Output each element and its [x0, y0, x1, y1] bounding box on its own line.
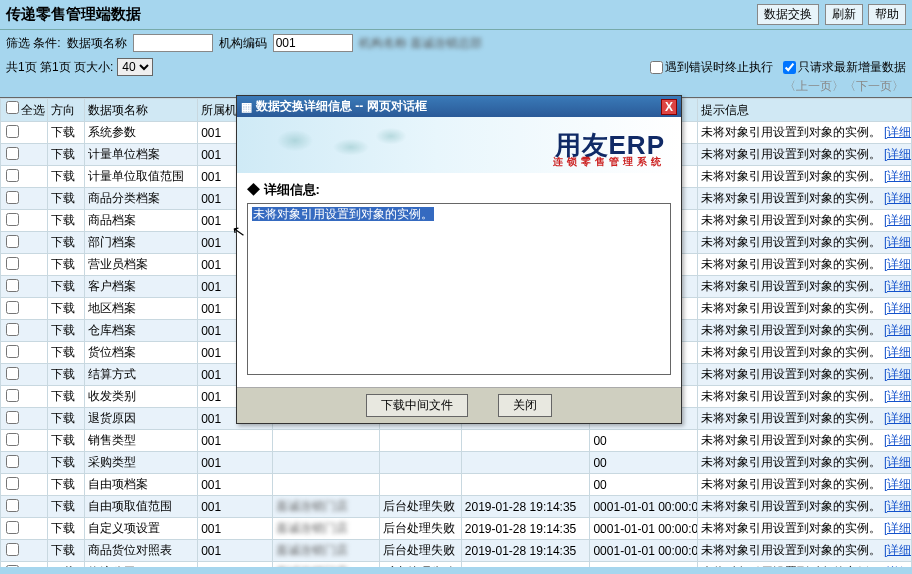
close-button[interactable]: 关闭 [498, 394, 552, 417]
detail-link[interactable]: [详细] [884, 301, 912, 315]
cell-status [380, 452, 461, 474]
data-exchange-button[interactable]: 数据交换 [757, 4, 819, 25]
row-checkbox[interactable] [6, 213, 19, 226]
row-checkbox[interactable] [6, 169, 19, 182]
row-checkbox[interactable] [6, 521, 19, 534]
cell-last-transfer: 00 [590, 474, 697, 496]
filter-orgcode-input[interactable] [273, 34, 353, 52]
row-checkbox[interactable] [6, 301, 19, 314]
cell-item-name: 商品货位对照表 [84, 540, 198, 562]
detail-link[interactable]: [详细] [884, 345, 912, 359]
table-row[interactable]: 下载自由项取值范围001嘉诚连锁门店后台处理失败2019-01-28 19:14… [1, 496, 912, 518]
row-checkbox[interactable] [6, 147, 19, 160]
row-checkbox[interactable] [6, 191, 19, 204]
table-row[interactable]: 下载自由项档案00100未将对象引用设置到对象的实例。 [详细] [1, 474, 912, 496]
cell-last-process [461, 430, 590, 452]
cell-last-transfer: 0001-01-01 00:00:00 [590, 518, 697, 540]
table-row[interactable]: 下载自定义项设置001嘉诚连锁门店后台处理失败2019-01-28 19:14:… [1, 518, 912, 540]
detail-link[interactable]: [详细] [884, 323, 912, 337]
detail-link[interactable]: [详细] [884, 367, 912, 381]
cell-hint: 未将对象引用设置到对象的实例。 [详细] [697, 518, 911, 540]
col-select-all: 全选 [21, 103, 45, 117]
row-checkbox[interactable] [6, 257, 19, 270]
cell-direction: 下载 [48, 540, 84, 562]
row-checkbox[interactable] [6, 235, 19, 248]
row-checkbox[interactable] [6, 433, 19, 446]
close-icon[interactable]: X [661, 99, 677, 115]
col-direction: 方向 [48, 99, 84, 122]
app-icon: ▦ [241, 100, 252, 114]
page-size-select[interactable]: 40 [117, 58, 153, 76]
pager-bar: 共1页 第1页 页大小: 40 遇到错误时终止执行 只请求最新增量数据 [0, 56, 912, 78]
cell-last-transfer: 0001-01-01 00:00:00 [590, 496, 697, 518]
row-checkbox[interactable] [6, 411, 19, 424]
modal-titlebar[interactable]: ▦ 数据交换详细信息 -- 网页对话框 X [237, 96, 681, 117]
row-checkbox[interactable] [6, 477, 19, 490]
cell-hint: 未将对象引用设置到对象的实例。 [详细] [697, 122, 911, 144]
detail-link[interactable]: [详细] [884, 455, 912, 469]
page-title: 传递零售管理端数据 [6, 5, 141, 24]
table-row[interactable]: 下载销售类型00100未将对象引用设置到对象的实例。 [详细] [1, 430, 912, 452]
cell-last-transfer: 0001-01-01 00:00:00 [590, 540, 697, 562]
table-row[interactable]: 下载商品货位对照表001嘉诚连锁门店后台处理失败2019-01-28 19:14… [1, 540, 912, 562]
detail-textarea[interactable]: 未将对象引用设置到对象的实例。 [247, 203, 671, 375]
detail-link[interactable]: [详细] [884, 477, 912, 491]
refresh-button[interactable]: 刷新 [825, 4, 863, 25]
cell-direction: 下载 [48, 562, 84, 568]
detail-link[interactable]: [详细] [884, 411, 912, 425]
help-button[interactable]: 帮助 [868, 4, 906, 25]
detail-link[interactable]: [详细] [884, 257, 912, 271]
cell-hint: 未将对象引用设置到对象的实例。 [详细] [697, 540, 911, 562]
only-latest-option[interactable]: 只请求最新增量数据 [783, 59, 906, 76]
cell-direction: 下载 [48, 188, 84, 210]
table-row[interactable]: 下载采购类型00100未将对象引用设置到对象的实例。 [详细] [1, 452, 912, 474]
detail-link[interactable]: [详细] [884, 169, 912, 183]
detail-link[interactable]: [详细] [884, 433, 912, 447]
row-checkbox[interactable] [6, 543, 19, 556]
download-intermediate-button[interactable]: 下载中间文件 [366, 394, 468, 417]
cell-org-code: 001 [198, 562, 273, 568]
cell-direction: 下载 [48, 496, 84, 518]
row-checkbox[interactable] [6, 323, 19, 336]
select-all-checkbox[interactable] [6, 101, 19, 114]
cell-direction: 下载 [48, 364, 84, 386]
row-checkbox[interactable] [6, 455, 19, 468]
row-checkbox[interactable] [6, 345, 19, 358]
detail-link[interactable]: [详细] [884, 125, 912, 139]
row-checkbox[interactable] [6, 389, 19, 402]
cell-hint: 未将对象引用设置到对象的实例。 [详细] [697, 562, 911, 568]
detail-link[interactable]: [详细] [884, 543, 912, 557]
col-item-name: 数据项名称 [84, 99, 198, 122]
cell-hint: 未将对象引用设置到对象的实例。 [详细] [697, 188, 911, 210]
detail-link[interactable]: [详细] [884, 499, 912, 513]
cell-hint: 未将对象引用设置到对象的实例。 [详细] [697, 144, 911, 166]
cell-direction: 下载 [48, 254, 84, 276]
detail-link[interactable]: [详细] [884, 279, 912, 293]
only-latest-checkbox[interactable] [783, 61, 796, 74]
row-checkbox[interactable] [6, 499, 19, 512]
stop-on-error-checkbox[interactable] [650, 61, 663, 74]
cell-org-name: 嘉诚连锁门店 [273, 540, 380, 562]
detail-link[interactable]: [详细] [884, 235, 912, 249]
stop-on-error-option[interactable]: 遇到错误时终止执行 [650, 59, 773, 76]
detail-link[interactable]: [详细] [884, 389, 912, 403]
table-row[interactable]: 下载物流公司001嘉诚连锁门店后台处理失败2019-01-28 19:14:35… [1, 562, 912, 568]
detail-link[interactable]: [详细] [884, 191, 912, 205]
cell-last-process [461, 474, 590, 496]
modal-body: ◆ 详细信息: 未将对象引用设置到对象的实例。 [237, 173, 681, 387]
detail-text: 未将对象引用设置到对象的实例。 [252, 207, 434, 221]
detail-link[interactable]: [详细] [884, 147, 912, 161]
detail-link[interactable]: [详细] [884, 521, 912, 535]
row-checkbox[interactable] [6, 125, 19, 138]
titlebar-buttons: 数据交换 刷新 帮助 [755, 4, 906, 25]
row-checkbox[interactable] [6, 565, 19, 568]
detail-link[interactable]: [详细] [884, 213, 912, 227]
row-checkbox[interactable] [6, 367, 19, 380]
detail-link[interactable]: [详细] [884, 565, 912, 567]
cell-status: 后台处理失败 [380, 540, 461, 562]
cell-org-name: 嘉诚连锁门店 [273, 496, 380, 518]
cell-direction: 下载 [48, 122, 84, 144]
filter-name-input[interactable] [133, 34, 213, 52]
row-checkbox[interactable] [6, 279, 19, 292]
cell-direction: 下载 [48, 452, 84, 474]
